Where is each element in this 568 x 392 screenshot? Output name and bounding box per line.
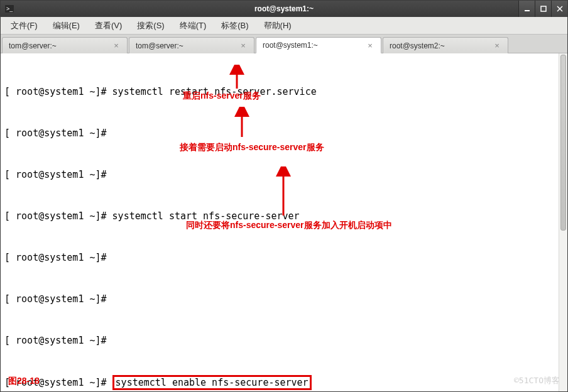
watermark: ©51CTO博客 [514, 374, 560, 388]
tabbar: tom@server:~ × tom@server:~ × root@syste… [1, 35, 567, 53]
tab-4[interactable]: root@system2:~ × [383, 37, 508, 53]
menu-edit[interactable]: 编辑(E) [46, 18, 86, 33]
prompt: [ root@system1 ~]# [4, 293, 112, 305]
terminal-line: [ root@system1 ~]# [4, 168, 564, 182]
menu-file[interactable]: 文件(F) [4, 18, 44, 33]
maximize-button[interactable] [535, 1, 551, 17]
menu-help[interactable]: 帮助(H) [258, 18, 298, 33]
window-controls [518, 1, 567, 17]
menu-terminal[interactable]: 终端(T) [173, 18, 213, 33]
menu-tabs[interactable]: 标签(B) [215, 18, 254, 33]
tab-label: tom@server:~ [136, 41, 183, 50]
prompt: [ root@system1 ~]# [4, 169, 112, 180]
tab-label: root@system1:~ [263, 41, 318, 50]
terminal-line: [ root@system1 ~]# [4, 292, 564, 306]
terminal-line: [ root@system1 ~]# [4, 334, 564, 347]
menu-view[interactable]: 查看(V) [89, 18, 128, 33]
prompt: [ root@system1 ~]# [4, 252, 112, 263]
tab-3-active[interactable]: root@system1:~ × [256, 37, 381, 53]
tab-label: tom@server:~ [9, 41, 57, 50]
close-icon[interactable]: × [493, 41, 501, 50]
scrollbar-thumb[interactable] [560, 55, 566, 231]
minimize-button[interactable] [518, 1, 535, 17]
annotation-note-1: 重启nfs-server服务 [183, 89, 261, 102]
close-icon[interactable]: × [112, 41, 121, 50]
annotation-note-2: 接着需要启动nfs-secure-server服务 [180, 140, 324, 154]
terminal-line: [ root@system1 ~]# systemctl restart nfs… [4, 85, 564, 99]
terminal-line: [ root@system1 ~]# [4, 251, 564, 264]
close-button[interactable] [551, 1, 567, 17]
menubar: 文件(F) 编辑(E) 查看(V) 搜索(S) 终端(T) 标签(B) 帮助(H… [1, 17, 567, 35]
prompt: [ root@system1 ~]# [4, 210, 112, 222]
svg-rect-2 [525, 10, 530, 11]
prompt: [ root@system1 ~]# [4, 335, 112, 346]
window-title: root@system1:~ [1, 4, 567, 13]
prompt: [ root@system1 ~]# [4, 128, 112, 139]
figure-label: 图28-18 [8, 374, 40, 388]
menu-search[interactable]: 搜索(S) [131, 18, 170, 33]
prompt: [ root@system1 ~]# [4, 86, 112, 97]
scrollbar[interactable] [559, 53, 567, 391]
titlebar: >_ root@system1:~ [1, 1, 567, 17]
tab-1[interactable]: tom@server:~ × [2, 37, 128, 53]
terminal-area[interactable]: [ root@system1 ~]# systemctl restart nfs… [1, 53, 567, 391]
terminal-line: [ root@system1 ~]# systemctl enable nfs-… [4, 375, 564, 389]
svg-rect-3 [541, 6, 546, 11]
tab-2[interactable]: tom@server:~ × [129, 37, 254, 53]
close-icon[interactable]: × [366, 41, 374, 50]
tab-label: root@system2:~ [390, 41, 445, 50]
close-icon[interactable]: × [239, 41, 248, 50]
terminal-window: >_ root@system1:~ 文件(F) 编辑(E) 查看(V) 搜索(S… [0, 0, 568, 392]
boxed-command: systemctl enable nfs-secure-server [112, 375, 312, 390]
terminal-line: [ root@system1 ~]# [4, 126, 564, 140]
annotation-note-3: 同时还要将nfs-secure-server服务加入开机启动项中 [186, 218, 392, 232]
